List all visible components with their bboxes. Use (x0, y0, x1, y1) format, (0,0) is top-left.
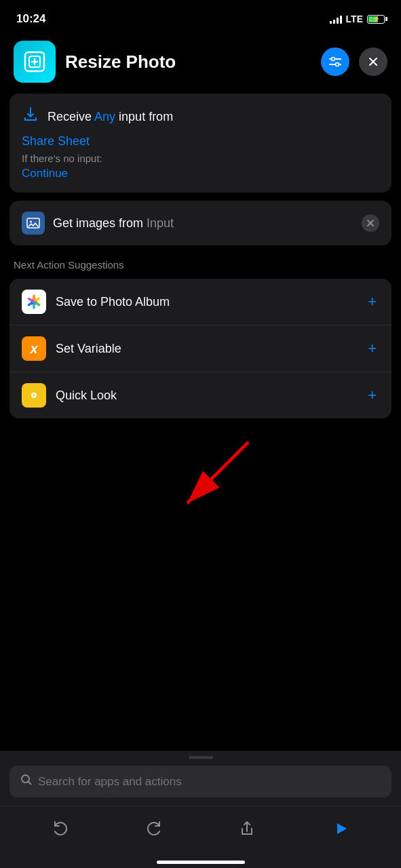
status-time: 10:24 (16, 12, 45, 26)
red-arrow-icon (133, 429, 269, 517)
home-indicator (157, 861, 245, 864)
quick-look-add-button[interactable]: + (365, 387, 379, 404)
signal-bars-icon (330, 14, 342, 24)
section-heading: Next Action Suggestions (0, 259, 401, 279)
undo-button[interactable] (45, 813, 76, 844)
filter-button[interactable] (321, 47, 349, 76)
save-photo-label: Save to Photo Album (56, 295, 356, 309)
suggestion-quick-look[interactable]: Quick Look + (9, 372, 392, 418)
receive-icon (22, 106, 39, 127)
redo-button[interactable] (138, 813, 170, 844)
quick-look-label: Quick Look (56, 389, 356, 403)
quicklook-icon (22, 383, 46, 408)
variable-icon: x (22, 336, 46, 361)
receive-row: Receive Any input from (22, 106, 379, 127)
play-button[interactable] (325, 813, 356, 844)
close-button[interactable] (359, 47, 387, 76)
get-images-icon (22, 212, 45, 235)
toolbar (0, 806, 401, 855)
app-icon (14, 41, 56, 83)
search-icon (20, 774, 33, 789)
receive-text: Receive Any input from (47, 110, 173, 124)
if-no-input-label: If there's no input: (22, 153, 379, 164)
arrow-annotation (0, 418, 401, 527)
status-right: LTE ⚡ (330, 14, 385, 24)
search-bar[interactable] (9, 766, 392, 797)
get-images-card: Get images from Input (9, 201, 392, 245)
get-images-text: Get images from Input (53, 216, 354, 231)
clear-input-button[interactable] (362, 214, 379, 232)
get-images-input-value[interactable]: Input (147, 216, 174, 230)
receive-card: Receive Any input from Share Sheet If th… (9, 94, 392, 193)
svg-line-13 (187, 442, 248, 503)
svg-point-7 (30, 221, 32, 223)
header: Resize Photo (0, 34, 401, 94)
share-sheet-link[interactable]: Share Sheet (22, 134, 379, 149)
share-button[interactable] (231, 813, 263, 844)
svg-point-11 (33, 395, 35, 397)
drag-handle[interactable] (189, 756, 213, 759)
suggestions-list: Save to Photo Album + x Set Variable + Q… (9, 279, 392, 418)
photos-icon (22, 290, 46, 314)
set-variable-add-button[interactable]: + (365, 340, 379, 357)
status-bar: 10:24 LTE ⚡ (0, 0, 401, 34)
set-variable-label: Set Variable (56, 342, 356, 356)
continue-button[interactable]: Continue (22, 167, 68, 180)
search-input[interactable] (38, 775, 381, 789)
bottom-section (0, 751, 401, 868)
save-photo-add-button[interactable]: + (365, 293, 379, 311)
lte-label: LTE (346, 14, 363, 24)
any-badge[interactable]: Any (94, 110, 115, 123)
battery-icon: ⚡ (367, 15, 385, 24)
page-title: Resize Photo (65, 52, 311, 73)
suggestion-set-variable[interactable]: x Set Variable + (9, 326, 392, 372)
svg-point-4 (332, 58, 335, 61)
suggestion-save-photo[interactable]: Save to Photo Album + (9, 279, 392, 326)
svg-point-5 (336, 63, 339, 66)
